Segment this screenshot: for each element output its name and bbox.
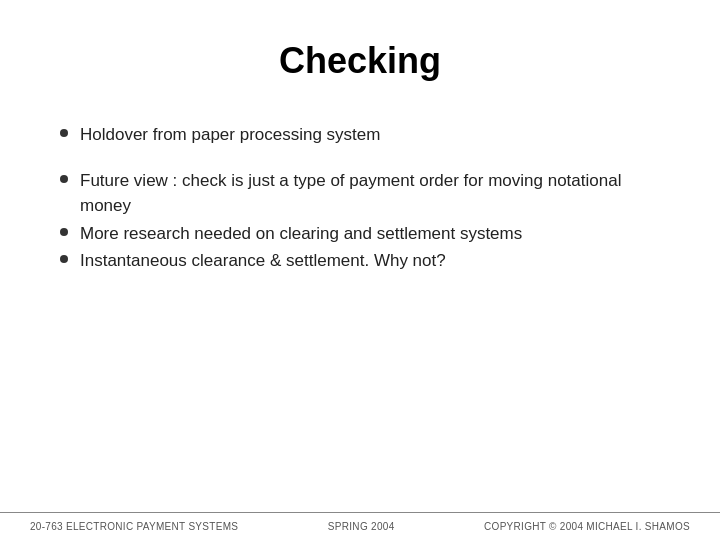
list-item: Holdover from paper processing system [60, 122, 660, 148]
bullet-text-1: Holdover from paper processing system [80, 122, 380, 148]
bullet-dot-2 [60, 175, 68, 183]
list-item: Future view : check is just a type of pa… [60, 168, 660, 219]
bullet-dot-4 [60, 255, 68, 263]
footer: 20-763 ELECTRONIC PAYMENT SYSTEMS SPRING… [0, 512, 720, 540]
footer-right: COPYRIGHT © 2004 MICHAEL I. SHAMOS [484, 521, 690, 532]
slide-title: Checking [60, 40, 660, 82]
footer-center: SPRING 2004 [328, 521, 395, 532]
bullet-dot-3 [60, 228, 68, 236]
bullet-dot-1 [60, 129, 68, 137]
content-area: Holdover from paper processing system Fu… [60, 112, 660, 540]
bullet-text-2: Future view : check is just a type of pa… [80, 168, 660, 219]
slide-container: Checking Holdover from paper processing … [0, 0, 720, 540]
title-area: Checking [60, 30, 660, 82]
footer-left: 20-763 ELECTRONIC PAYMENT SYSTEMS [30, 521, 238, 532]
bullet-text-4: Instantaneous clearance & settlement. Wh… [80, 248, 446, 274]
list-item: More research needed on clearing and set… [60, 221, 660, 247]
bullet-text-3: More research needed on clearing and set… [80, 221, 522, 247]
bullet-group: Future view : check is just a type of pa… [60, 168, 660, 274]
list-item: Instantaneous clearance & settlement. Wh… [60, 248, 660, 274]
